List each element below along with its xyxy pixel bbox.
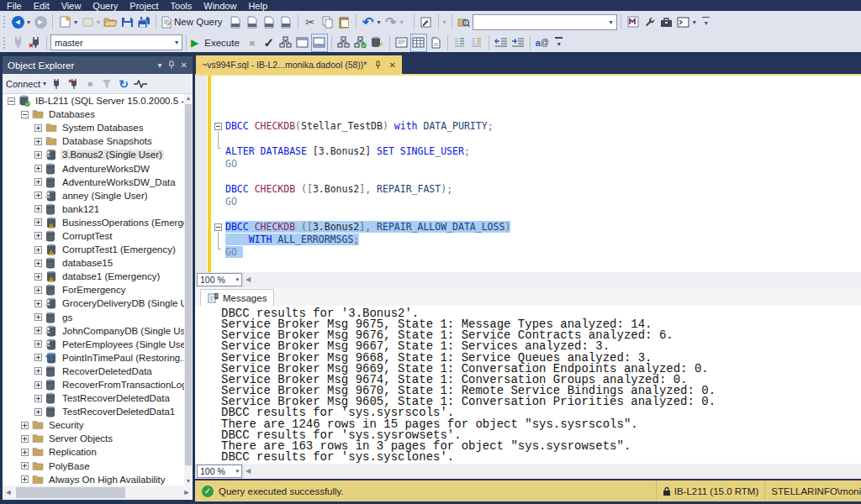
add-item-icon[interactable] [79,13,96,31]
cut-icon[interactable]: ✂ [302,13,319,31]
expand-icon[interactable] [34,408,42,416]
connect-plug-icon[interactable] [9,34,26,52]
database-edit-icon[interactable] [369,34,386,52]
intellisense-icon[interactable] [418,13,435,31]
navigate-forward-button[interactable]: ► [32,13,49,31]
tree-item-3-bonus2-single-user[interactable]: 3.Bonus2 (Single User) [3,148,184,161]
editor-zoom-combo[interactable]: 100 %▾ [197,273,242,286]
new-mdx-query-icon[interactable] [227,13,244,31]
paste-icon[interactable] [335,13,352,31]
connect-button[interactable]: Connect [6,79,40,89]
expand-icon[interactable] [34,273,42,281]
tree-item-bank121[interactable]: bank121 [3,202,184,216]
copy-icon[interactable] [319,13,335,31]
fold-collapse-icon[interactable] [214,123,222,130]
expand-icon[interactable] [21,422,29,429]
tree-item-corrupttest[interactable]: CorruptTest [3,229,184,243]
query-options-icon[interactable] [294,34,311,52]
parse-icon[interactable]: ✓ [261,34,277,52]
redo-icon[interactable]: ↷ [383,13,399,31]
tree-item-peteremployees-single-user[interactable]: PeterEmployees (Single User) [3,338,184,351]
close-icon[interactable]: ✕ [181,60,188,70]
tab-close-icon[interactable]: ✕ [388,60,395,70]
toolbar-overflow-icon[interactable]: ▾ [698,13,715,31]
new-file-icon[interactable] [56,13,73,31]
tree-item-adventureworksdw-data[interactable]: AdventureWorksDW_Data [3,176,184,189]
search-combo[interactable]: ▾ [473,14,617,30]
messages-hscrollbar[interactable]: ◀ [244,464,861,479]
expand-icon[interactable] [34,138,42,145]
window-position-icon[interactable]: ▾ [158,60,162,70]
tree-item-recoverdeleteddata[interactable]: RecoverDeletedData [3,365,184,378]
new-file-dropdown[interactable]: ▾ [74,18,77,26]
expand-icon[interactable] [34,192,42,199]
tree-item-server-objects[interactable]: Server Objects [3,432,184,445]
command-window-icon[interactable] [675,13,692,31]
execute-button[interactable]: ▶ Execute [190,34,244,52]
results-pane-toggle[interactable] [311,34,328,52]
database-combo[interactable]: master▾ [50,34,182,50]
actual-plan-icon[interactable] [335,34,352,52]
pin-icon[interactable] [168,60,175,70]
object-explorer-titlebar[interactable]: Object Explorer ▾ ✕ [3,56,193,74]
results-to-file-icon[interactable] [427,34,444,52]
add-item-dropdown[interactable]: ▾ [97,18,100,26]
tree-item-corrupttest1-emergency[interactable]: CorruptTest1 (Emergency) [3,243,184,256]
new-xmla-query-icon[interactable] [261,13,277,31]
tree-item-replication[interactable]: Replication [3,445,184,459]
cancel-query-icon[interactable]: ■ [244,34,261,52]
xevent-profiler-icon[interactable] [625,13,642,31]
tree-item-businessoperations-emergency[interactable]: BusinessOperations (Emergency) [3,216,184,229]
expand-icon[interactable] [34,381,42,389]
expand-icon[interactable] [34,354,42,361]
new-dmx-query-icon[interactable] [244,13,261,31]
tree-item-system-databases[interactable]: System Databases [3,121,184,134]
uncomment-icon[interactable] [468,34,485,52]
object-explorer-hscrollbar[interactable]: ◄ ► [3,486,193,500]
decrease-indent-icon[interactable] [493,34,510,52]
menu-query[interactable]: Query [92,1,118,11]
menu-project[interactable]: Project [129,1,158,11]
collapse-icon[interactable] [8,97,15,105]
tree-item-testrecoverdeleteddata1[interactable]: TestRecoverDeletedData1 [3,405,184,418]
sql-editor[interactable]: DBCC CHECKDB(Stellar_TestDB) with DATA_P… [195,76,861,272]
tree-item-database15[interactable]: database15 [3,256,184,270]
results-to-text-icon[interactable] [394,34,410,52]
tree-item-recoverfromtransactionlog[interactable]: RecoverFromTransactionLog [3,378,184,391]
expand-icon[interactable] [21,449,29,456]
wrench-icon[interactable] [642,13,658,31]
comment-icon[interactable] [452,34,468,52]
tree-item-foremergency[interactable]: ForEmergency [3,283,184,297]
fold-collapse-icon[interactable] [214,223,222,231]
refresh-icon[interactable]: ↻ [115,75,132,93]
tree-item-security[interactable]: Security [3,418,184,432]
menu-edit[interactable]: Edit [34,1,50,11]
menu-window[interactable]: Window [203,1,236,11]
navigate-back-dropdown[interactable]: ▾ [27,18,30,26]
tree-item-anney-single-user[interactable]: anney (Single User) [3,189,184,202]
expand-icon[interactable] [21,475,29,483]
expand-icon[interactable] [34,300,42,307]
tree-item-adventureworksdw[interactable]: AdventureWorksDW [3,161,184,175]
expand-icon[interactable] [34,286,42,294]
tab-pin-icon[interactable] [374,60,382,70]
menu-tools[interactable]: Tools [171,1,193,11]
document-tab[interactable]: ~vs994F.sql - IB-L2...monika.dadool (58)… [196,55,402,74]
live-query-stats-icon[interactable] [352,34,369,52]
toolbar2-overflow-icon[interactable]: ▾ [551,34,568,52]
menu-help[interactable]: Help [248,1,267,11]
oe-disconnect-icon[interactable] [65,75,82,93]
tree-item-gs[interactable]: gs [3,311,184,324]
open-file-icon[interactable] [102,13,119,31]
messages-panel[interactable]: DBCC results for '3.Bonus2'.Service Brok… [195,306,861,464]
expand-icon[interactable] [34,395,42,402]
expand-icon[interactable] [34,327,42,334]
expand-icon[interactable] [34,232,42,239]
template-parameters-icon[interactable]: a@ [534,34,551,52]
tree-item-always-on-high-availability[interactable]: Always On High Availability [3,473,184,486]
navigate-back-button[interactable]: ◄ [9,13,26,31]
toolbar-grip[interactable] [2,14,7,29]
save-icon[interactable] [119,13,135,31]
tree-item-pointintimepaul-restoring[interactable]: PointInTimePaul (Restoring...) [3,351,184,365]
activity-monitor-icon[interactable] [132,75,149,93]
